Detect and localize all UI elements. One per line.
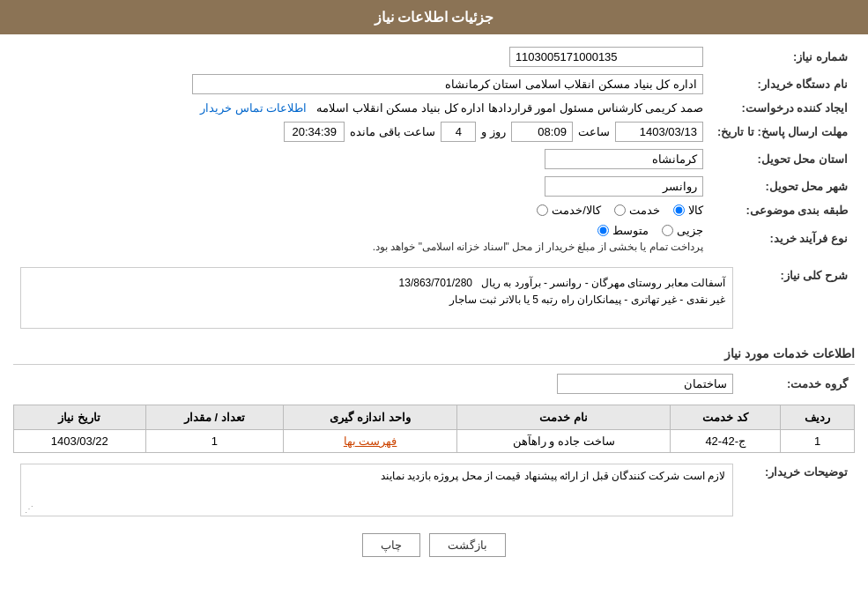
province-value: کرمانشاه [13, 145, 710, 173]
print-button[interactable]: چاپ [362, 533, 420, 557]
city-value: روانسر [13, 173, 710, 200]
cell-service-name: ساخت جاده و راهآهن [457, 430, 671, 453]
button-group: بازگشت چاپ [13, 533, 855, 557]
buyer-notes-label: توضیحات خریدار: [740, 460, 855, 520]
services-table: ردیف کد خدمت نام خدمت واحد اندازه گیری ت… [13, 405, 855, 453]
category-kala-khadamat-radio[interactable] [537, 204, 548, 216]
remaining-label: ساعت باقی مانده [350, 125, 435, 138]
table-row: 1 ج-42-42 ساخت جاده و راهآهن فهرست بها 1… [14, 430, 855, 453]
category-label: طبقه بندی موضوعی: [710, 200, 855, 220]
need-number-input: 1103005171000135 [509, 47, 703, 67]
buyer-notes-box: لازم است شرکت کنندگان قبل از ارائه پیشنه… [20, 464, 733, 516]
process-option-jozii: جزیی [662, 224, 703, 237]
service-group-value: ساختمان [13, 370, 740, 397]
process-row: جزیی متوسط پرداخت تمام یا بخشی از مبلغ خ… [13, 220, 710, 256]
cell-unit[interactable]: فهرست بها [283, 430, 456, 453]
category-option-kala: کالا [673, 204, 703, 217]
category-option-kala-khadamat: کالا/خدمت [537, 204, 601, 217]
category-kala-label: کالا [688, 204, 703, 217]
remaining-time: 20:34:39 [284, 122, 345, 142]
need-number-value: 1103005171000135 [13, 43, 710, 71]
category-row: کالا خدمت کالا/خدمت [13, 200, 710, 220]
buyer-org-label: نام دستگاه خریدار: [710, 71, 855, 98]
description-text: آسفالت معابر روستای مهرگان - روانسر - بر… [399, 277, 725, 306]
need-number-label: شماره نیاز: [710, 43, 855, 71]
category-kala-radio[interactable] [673, 204, 685, 216]
response-day-label: روز و [481, 125, 506, 138]
buyer-notes-text: لازم است شرکت کنندگان قبل از ارائه پیشنه… [381, 470, 725, 482]
city-input: روانسر [545, 176, 703, 197]
category-khadamat-label: خدمت [629, 204, 660, 217]
cell-date: 1403/03/22 [14, 430, 146, 453]
buyer-org-value: اداره کل بنیاد مسکن انقلاب اسلامی استان … [13, 71, 710, 98]
process-option-mottavaset: متوسط [597, 224, 649, 237]
col-unit: واحد اندازه گیری [283, 405, 456, 430]
province-label: استان محل تحویل: [710, 145, 855, 173]
category-khadamat-radio[interactable] [614, 204, 626, 216]
requester-link[interactable]: اطلاعات تماس خریدار [200, 101, 307, 115]
page-title: جزئیات اطلاعات نیاز [375, 10, 494, 25]
process-mottavaset-label: متوسط [612, 224, 649, 237]
description-value: آسفالت معابر روستای مهرگان - روانسر - بر… [13, 264, 740, 332]
category-option-khadamat: خدمت [614, 204, 660, 217]
process-label: نوع فرآیند خرید: [710, 220, 855, 256]
buyer-org-input: اداره کل بنیاد مسکن انقلاب اسلامی استان … [192, 74, 703, 94]
response-date-row: 1403/03/13 ساعت 08:09 روز و 4 ساعت باقی … [13, 118, 710, 145]
process-jozii-label: جزیی [677, 224, 703, 237]
cell-quantity: 1 [145, 430, 283, 453]
info-table: شماره نیاز: 1103005171000135 نام دستگاه … [13, 43, 855, 256]
response-date-label: مهلت ارسال پاسخ: تا تاریخ: [710, 118, 855, 145]
cell-row-num: 1 [781, 430, 855, 453]
response-time-input: 08:09 [511, 122, 573, 142]
response-day-input: 4 [441, 122, 476, 142]
city-label: شهر محل تحویل: [710, 173, 855, 200]
requester-value: صمد کریمی کارشناس مسئول امور قراردادها ا… [13, 98, 710, 118]
service-group-input: ساختمان [557, 374, 733, 394]
notes-table: توضیحات خریدار: لازم است شرکت کنندگان قب… [13, 460, 855, 520]
page-header: جزئیات اطلاعات نیاز [0, 0, 868, 34]
col-service-code: کد خدمت [671, 405, 781, 430]
service-group-table: گروه خدمت: ساختمان [13, 370, 855, 397]
process-mottavaset-radio[interactable] [597, 225, 609, 236]
process-jozii-radio[interactable] [662, 225, 673, 236]
response-time-label: ساعت [578, 125, 610, 138]
col-date: تاریخ نیاز [14, 405, 146, 430]
description-box: آسفالت معابر روستای مهرگان - روانسر - بر… [20, 267, 733, 329]
description-label: شرح کلی نیاز: [740, 264, 855, 332]
requester-label: ایجاد کننده درخواست: [710, 98, 855, 118]
col-service-name: نام خدمت [457, 405, 671, 430]
process-note: پرداخت تمام یا بخشی از مبلغ خریدار از مح… [20, 241, 703, 253]
back-button[interactable]: بازگشت [429, 533, 506, 557]
province-input: کرمانشاه [545, 149, 703, 169]
resize-handle: ⋱ [25, 504, 33, 514]
col-row-num: ردیف [781, 405, 855, 430]
cell-service-code: ج-42-42 [671, 430, 781, 453]
category-kala-khadamat-label: کالا/خدمت [552, 204, 601, 217]
requester-text: صمد کریمی کارشناس مسئول امور قراردادها ا… [316, 101, 703, 115]
col-quantity: تعداد / مقدار [145, 405, 283, 430]
description-section: شرح کلی نیاز: آسفالت معابر روستای مهرگان… [13, 264, 855, 332]
buyer-notes-cell: لازم است شرکت کنندگان قبل از ارائه پیشنه… [13, 460, 740, 520]
services-title: اطلاعات خدمات مورد نیاز [13, 339, 855, 365]
response-date-input: 1403/03/13 [615, 122, 703, 142]
service-group-label: گروه خدمت: [740, 370, 855, 397]
